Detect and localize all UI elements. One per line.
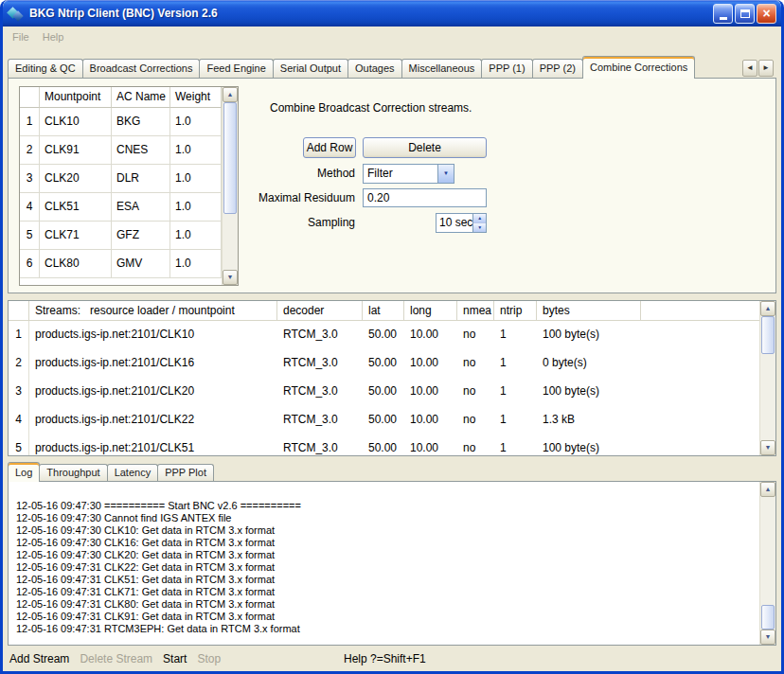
cell-weight[interactable]: 1.0 [170,108,222,136]
log-line: 12-05-16 09:47:31 CLK80: Get data in RTC… [16,598,775,611]
cell-nmea: no [457,406,494,435]
status-action[interactable]: Add Stream [9,652,69,665]
stream-row[interactable]: 2 products.igs-ip.net:2101/CLK16 RTCM_3.… [9,349,759,378]
delete-button[interactable]: Delete [363,137,487,158]
cell-resource: products.igs-ip.net:2101/CLK10 [29,321,277,349]
combine-table-header: Mountpoint AC Name Weight [20,87,222,108]
tab[interactable]: PPP (2) [532,59,583,78]
tab[interactable]: Serial Output [273,59,348,78]
close-button[interactable]: × [757,4,776,24]
cell-long: 10.00 [404,321,457,349]
maximal-residuum-label: Maximal Residuum [179,191,355,204]
log-view[interactable]: 12-05-16 09:47:30 ========== Start BNC v… [8,481,776,646]
title-bar[interactable]: BKG Ntrip Client (BNC) Version 2.6 × [3,0,781,27]
status-action: Delete Stream [80,652,152,665]
cell-long: 10.00 [404,349,457,378]
cell-weight[interactable]: 1.0 [170,136,222,165]
combine-table-row: 1 CLK10 BKG 1.0 [20,108,222,136]
row-number: 2 [20,136,40,165]
cell-ac-name[interactable]: CNES [112,136,170,165]
sampling-spinner[interactable]: 10 sec ▲ ▼ [436,213,487,233]
spin-down-icon[interactable]: ▼ [473,222,486,232]
cell-mountpoint[interactable]: CLK71 [40,222,112,250]
tab[interactable]: Feed Engine [199,59,273,78]
sampling-label: Sampling [179,216,355,229]
log-line: 12-05-16 09:47:30 CLK10: Get data in RTC… [16,524,775,537]
cell-ac-name[interactable]: GMV [112,250,170,278]
window-title: BKG Ntrip Client (BNC) Version 2.6 [29,7,713,20]
spinner-buttons: ▲ ▼ [472,214,486,232]
cell-nmea: no [457,378,494,406]
tab[interactable]: Combine Corrections [582,56,695,79]
col-ntrip: ntrip [494,301,537,321]
cell-decoder: RTCM_3.0 [277,378,363,406]
tab-bar: Editing & QCBroadcast CorrectionsFeed En… [8,55,776,78]
cell-mountpoint[interactable]: CLK10 [40,108,112,136]
cell-mountpoint[interactable]: CLK20 [40,165,112,193]
stream-row[interactable]: 3 products.igs-ip.net:2101/CLK20 RTCM_3.… [9,378,759,406]
row-number: 1 [9,321,29,349]
tab-scroll-buttons: ◄ ► [742,60,774,670]
tab[interactable]: Outages [347,59,402,78]
status-action[interactable]: Start [163,652,187,665]
log-line: 12-05-16 09:47:30 CLK16: Get data in RTC… [16,537,775,549]
corner-header-cell [9,301,29,321]
method-selected-value: Filter [364,165,437,183]
tab[interactable]: PPP (1) [481,59,532,78]
tab[interactable]: Log [8,462,40,482]
cell-lat: 50.00 [363,378,404,406]
maximal-residuum-input[interactable] [363,188,487,207]
log-line: 12-05-16 09:47:30 Cannot find IGS ANTEX … [16,512,775,524]
tab[interactable]: Editing & QC [8,59,83,78]
col-resource-mountpoint: Streams: resource loader / mountpoint [29,301,277,321]
tab[interactable]: Latency [107,464,159,481]
cell-ntrip: 1 [494,378,537,406]
tab[interactable]: Throughput [39,464,107,481]
combine-table-row: 2 CLK91 CNES 1.0 [20,136,222,165]
stream-row[interactable]: 5 products.igs-ip.net:2101/CLK51 RTCM_3.… [9,435,759,456]
cell-ac-name[interactable]: BKG [112,108,170,136]
cell-mountpoint[interactable]: CLK91 [40,136,112,165]
cell-bytes: 100 byte(s) [537,321,641,349]
status-actions: Add StreamDelete StreamStartStop [9,652,221,665]
spin-up-icon[interactable]: ▲ [473,214,486,222]
tab[interactable]: Broadcast Corrections [82,59,201,78]
combo-arrow-icon[interactable]: ▼ [437,165,454,183]
maximize-button[interactable] [735,4,755,24]
menu-item[interactable]: File [6,29,36,44]
cell-ac-name[interactable]: ESA [112,193,170,222]
cell-ntrip: 1 [494,321,537,349]
cell-lat: 50.00 [363,406,404,435]
cell-ntrip: 1 [494,406,537,435]
stream-row[interactable]: 1 products.igs-ip.net:2101/CLK10 RTCM_3.… [9,321,759,349]
menu-item[interactable]: Help [36,29,71,44]
scroll-down-icon[interactable]: ▼ [223,270,238,285]
cell-weight[interactable]: 1.0 [170,250,222,278]
cell-ac-name[interactable]: DLR [112,165,170,193]
log-line: 12-05-16 09:47:31 CLK51: Get data in RTC… [16,574,775,586]
row-number: 4 [9,406,29,435]
client-area: Editing & QCBroadcast CorrectionsFeed En… [3,55,781,671]
stream-rows: 1 products.igs-ip.net:2101/CLK10 RTCM_3.… [9,321,775,456]
col-weight: Weight [170,87,222,108]
add-row-button[interactable]: Add Row [303,137,356,158]
cell-ac-name[interactable]: GFZ [112,222,170,250]
combine-corrections-panel: Mountpoint AC Name Weight 1 CLK10 BKG 1.… [8,78,776,293]
row-number: 3 [20,165,40,193]
tab[interactable]: Miscellaneous [401,59,483,78]
tab-scroll-right-icon[interactable]: ► [758,60,774,77]
app-icon [8,6,24,22]
log-lines: 12-05-16 09:47:30 ========== Start BNC v… [9,482,775,635]
minimize-icon [720,17,727,20]
cell-mountpoint[interactable]: CLK80 [40,250,112,278]
minimize-button[interactable] [713,4,733,24]
tab-scroll-left-icon[interactable]: ◄ [742,60,757,77]
cell-mountpoint[interactable]: CLK51 [40,193,112,222]
tab[interactable]: PPP Plot [157,464,214,481]
combine-table-scrollbar[interactable]: ▲ ▼ [222,87,238,285]
method-select[interactable]: Filter ▼ [363,164,454,184]
cell-nmea: no [457,435,494,456]
stream-row[interactable]: 4 products.igs-ip.net:2101/CLK22 RTCM_3.… [9,406,759,435]
scroll-up-icon[interactable]: ▲ [223,87,238,102]
method-label: Method [179,167,355,180]
